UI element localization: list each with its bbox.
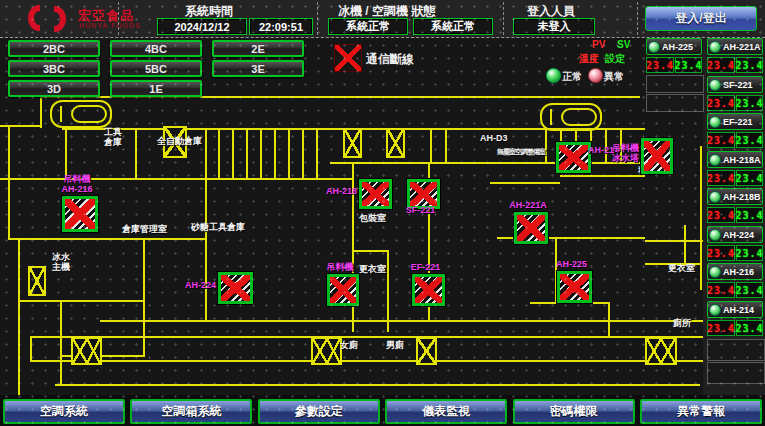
device-marker-comm-fail[interactable] bbox=[556, 142, 591, 173]
floor-button-2bc[interactable]: 2BC bbox=[8, 40, 100, 57]
device-label: 吊料機 bbox=[327, 262, 354, 272]
nav-button-2[interactable]: 空調箱系統 bbox=[130, 399, 252, 424]
wall bbox=[0, 178, 352, 180]
sv-name: 設定 bbox=[605, 52, 625, 66]
comm-fail-label: 通信斷線 bbox=[366, 51, 414, 68]
sv-header: SV bbox=[617, 39, 630, 50]
device-marker-comm-fail[interactable] bbox=[218, 272, 253, 304]
device-marker-comm-fail[interactable] bbox=[62, 196, 98, 232]
unit-led-icon bbox=[709, 154, 721, 166]
unit-pv-value: 23.4 bbox=[707, 245, 735, 261]
floor-button-3bc[interactable]: 3BC bbox=[8, 60, 100, 77]
wall bbox=[352, 250, 389, 252]
device-marker-comm-fail[interactable] bbox=[412, 274, 445, 306]
device-marker-comm-fail[interactable] bbox=[359, 179, 392, 209]
pv-name: 溫度 bbox=[579, 52, 599, 66]
divider bbox=[637, 2, 638, 35]
unit-pv-value: 23.4 bbox=[707, 320, 735, 336]
unit-button-ef-221[interactable]: EF-221 bbox=[707, 113, 763, 130]
unit-sv-value: 23.4 bbox=[736, 207, 763, 223]
unit-pv-value: 23.4 bbox=[646, 57, 674, 73]
unit-led-icon bbox=[648, 41, 660, 53]
room-label: 倉庫管理室 bbox=[122, 224, 167, 234]
nav-button-1[interactable]: 空調系統 bbox=[3, 399, 125, 424]
device-marker-comm-fail[interactable] bbox=[641, 138, 673, 174]
device-label: AH-225 bbox=[556, 259, 587, 269]
divider bbox=[503, 2, 504, 35]
unit-sv-value: 23.4 bbox=[736, 170, 763, 186]
divider bbox=[118, 2, 119, 35]
nav-button-6[interactable]: 異常警報 bbox=[640, 399, 762, 424]
room-label: 全自動倉庫 bbox=[157, 136, 202, 146]
floor-button-3d[interactable]: 3D bbox=[8, 80, 100, 97]
unit-button-ah-221a[interactable]: AH-221A bbox=[707, 38, 763, 55]
empty-slot bbox=[707, 362, 765, 384]
wall bbox=[135, 128, 137, 180]
comm-fail-icon bbox=[334, 44, 362, 72]
unit-button-sf-221[interactable]: SF-221 bbox=[707, 76, 763, 93]
wall bbox=[8, 125, 10, 240]
wall bbox=[0, 125, 42, 127]
unit-button-ah-218a[interactable]: AH-218A bbox=[707, 151, 763, 168]
shaft-icon bbox=[416, 337, 437, 365]
unit-led-icon bbox=[709, 79, 721, 91]
unit-sv-value: 23.4 bbox=[736, 95, 763, 111]
floor-button-3e[interactable]: 3E bbox=[212, 60, 304, 77]
stairs-icon bbox=[540, 103, 602, 131]
unit-name: AH-218B bbox=[723, 192, 761, 202]
unit-pv-value: 23.4 bbox=[707, 282, 735, 298]
floor-button-4bc[interactable]: 4BC bbox=[110, 40, 202, 57]
unit-led-icon bbox=[709, 229, 721, 241]
login-logout-button[interactable]: 登入/登出 bbox=[645, 6, 757, 31]
shaft-icon bbox=[28, 266, 46, 296]
unit-name: AH-214 bbox=[723, 305, 754, 315]
nav-button-5[interactable]: 密碼權限 bbox=[513, 399, 635, 424]
room-label: 工具 倉庫 bbox=[104, 127, 122, 147]
unit-button-ah-218b[interactable]: AH-218B bbox=[707, 188, 763, 205]
wall bbox=[288, 128, 290, 180]
wall bbox=[60, 300, 62, 384]
wall bbox=[218, 128, 220, 180]
device-marker-comm-fail[interactable] bbox=[327, 274, 359, 306]
normal-led-icon bbox=[546, 68, 561, 83]
shaft-icon bbox=[645, 337, 677, 365]
ahu-status: 系統正常 bbox=[413, 18, 493, 35]
wall bbox=[645, 240, 703, 242]
unit-button-ah-224[interactable]: AH-224 bbox=[707, 226, 763, 243]
floor-button-5bc[interactable]: 5BC bbox=[110, 60, 202, 77]
divider bbox=[317, 2, 318, 35]
pv-header: PV bbox=[592, 39, 605, 50]
device-marker-comm-fail[interactable] bbox=[514, 212, 548, 244]
empty-slot bbox=[646, 75, 704, 93]
device-marker-comm-fail[interactable] bbox=[557, 271, 592, 303]
unit-button-ah-225[interactable]: AH-225 bbox=[646, 38, 702, 55]
wall bbox=[302, 128, 304, 180]
wall bbox=[40, 96, 42, 128]
room-label: AH-D3 bbox=[480, 133, 508, 143]
wall bbox=[246, 128, 248, 180]
unit-name: AH-224 bbox=[723, 230, 754, 240]
device-label: 吊料機 冰水塔 bbox=[612, 143, 639, 163]
chiller-status: 系統正常 bbox=[328, 18, 408, 35]
abnormal-label: 異常 bbox=[604, 70, 624, 84]
floor-button-2e[interactable]: 2E bbox=[212, 40, 304, 57]
device-label: AH-218 bbox=[326, 186, 357, 196]
shaft-icon bbox=[343, 128, 362, 158]
unit-name: AH-221A bbox=[723, 42, 761, 52]
shaft-icon bbox=[386, 128, 405, 158]
unit-led-icon bbox=[709, 191, 721, 203]
device-label: SF-221 bbox=[406, 205, 436, 215]
unit-name: AH-218A bbox=[723, 155, 761, 165]
unit-led-icon bbox=[709, 41, 721, 53]
unit-button-ah-216[interactable]: AH-216 bbox=[707, 263, 763, 280]
wall bbox=[18, 240, 20, 412]
room-label: 冰水 主機 bbox=[52, 252, 70, 272]
unit-sv-value: 23.4 bbox=[736, 320, 763, 336]
unit-button-ah-214[interactable]: AH-214 bbox=[707, 301, 763, 318]
nav-button-3[interactable]: 參數設定 bbox=[258, 399, 380, 424]
nav-button-4[interactable]: 儀表監視 bbox=[385, 399, 507, 424]
floor-button-1e[interactable]: 1E bbox=[110, 80, 202, 97]
device-label: AH-221A bbox=[509, 200, 547, 210]
unit-pv-value: 23.4 bbox=[707, 57, 735, 73]
wall bbox=[490, 182, 560, 184]
